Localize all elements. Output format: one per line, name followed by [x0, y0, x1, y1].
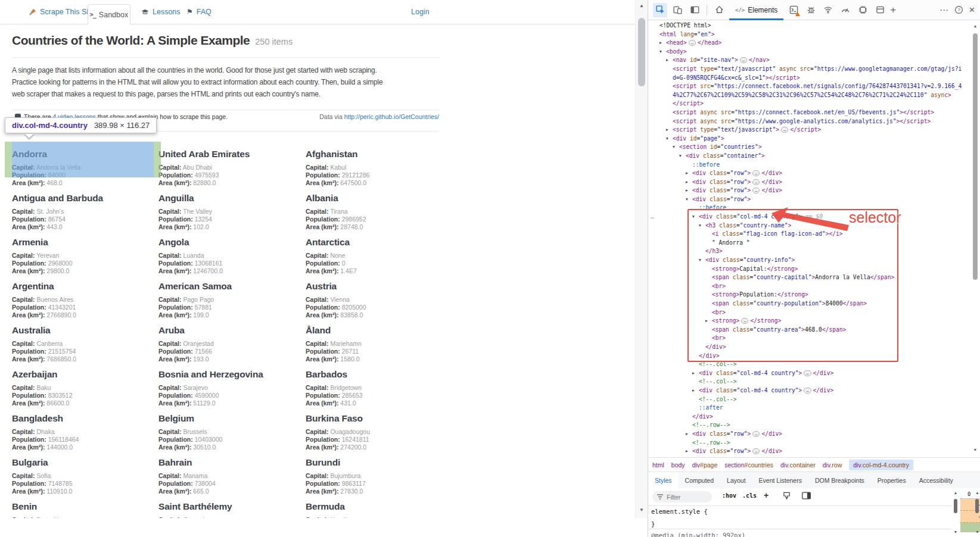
collapse-arrow-icon[interactable]: ▾ [699, 221, 701, 230]
debugger-bug-icon[interactable] [804, 3, 818, 17]
dom-tree-node[interactable]: ▾<h3 class="country-name"> [649, 221, 970, 230]
dom-tree-node[interactable]: <strong>Population:</strong> [649, 291, 970, 299]
dom-tree-node[interactable]: <html lang="en"> [649, 30, 970, 39]
dom-tree-node[interactable]: ▾<div class="country-info"> [649, 256, 970, 265]
breadcrumb-item[interactable]: body [671, 461, 685, 469]
dom-tree-node[interactable]: <br> [649, 308, 970, 317]
dom-tree-node[interactable]: ::before [649, 204, 970, 213]
dom-tree-node[interactable]: ▾<div id="page"> [649, 135, 970, 143]
scrollbar-thumb[interactable] [973, 33, 978, 280]
dom-tree-node[interactable]: <span class="country-capital">Andorra la… [649, 273, 970, 282]
styles-tab-dom-breakpoints[interactable]: DOM Breakpoints [808, 472, 871, 488]
dom-tree-node[interactable]: d=G-09N5RQCFG4&cx=c&_slc=1"></script> [649, 74, 970, 83]
collapse-arrow-icon[interactable]: ▾ [699, 256, 701, 265]
console-button[interactable] [786, 3, 801, 17]
breadcrumb-item[interactable]: html [652, 461, 664, 469]
scroll-up-arrow[interactable]: ▲ [970, 24, 980, 28]
breadcrumb-item[interactable]: div#page [692, 461, 718, 469]
dom-tree-node[interactable]: <!--.row--> [649, 421, 970, 430]
more-options-button[interactable]: ⋯ [939, 5, 948, 15]
dom-tree-node[interactable]: ▾<body> [649, 48, 970, 57]
home-icon[interactable] [712, 3, 726, 17]
styles-tab-layout[interactable]: Layout [720, 472, 752, 488]
rendering-brush-icon[interactable] [783, 492, 791, 500]
expand-arrow-icon[interactable]: ▸ [666, 126, 668, 135]
dom-tree-node[interactable]: <!--.col--> [649, 360, 970, 369]
dom-tree-node[interactable]: <script src="https://connect.facebook.ne… [649, 82, 970, 91]
dom-tree-node[interactable]: </script> [649, 99, 970, 108]
expand-arrow-icon[interactable]: ▸ [686, 186, 688, 195]
dom-tree-node[interactable]: <span class="country-area">468.0</span> [649, 326, 970, 335]
expand-arrow-icon[interactable]: ▸ [692, 369, 695, 378]
new-style-rule-button[interactable]: + [764, 491, 769, 500]
dom-tree-node[interactable]: </h3> [649, 247, 970, 256]
expand-arrow-icon[interactable]: ▸ [692, 386, 695, 395]
dom-tree-node[interactable]: <!--.col--> [649, 377, 970, 386]
collapse-arrow-icon[interactable]: ▾ [666, 135, 668, 143]
box-model-scrollbar[interactable]: ▲▼ [974, 489, 980, 536]
dom-tree-node[interactable]: ▸<div class="col-md-4 country">…</div> [649, 386, 970, 395]
nav-scrape-this-site[interactable]: Scrape This Site [29, 8, 94, 16]
dom-tree-node[interactable]: ::before [649, 161, 970, 170]
dom-tree-node[interactable]: <!DOCTYPE html> [649, 21, 970, 30]
collapse-arrow-icon[interactable]: ▾ [692, 213, 695, 221]
dom-tree-node[interactable]: ▸<strong>…</strong> [649, 317, 970, 326]
breadcrumb-item[interactable]: div.row [823, 461, 842, 469]
breadcrumb-item[interactable]: div.container [780, 461, 816, 469]
breadcrumb-item[interactable]: div.col-md-4.country [849, 460, 913, 470]
dom-tree-node[interactable]: <i class="flag-icon flag-icon-ad"></i> [649, 230, 970, 239]
collapse-arrow-icon[interactable]: ▾ [673, 143, 675, 152]
application-storage-icon[interactable] [873, 3, 887, 17]
expand-arrow-icon[interactable]: ▸ [686, 447, 688, 456]
panel-layout-button[interactable] [687, 3, 702, 17]
toggle-class-button[interactable]: .cls [742, 492, 757, 499]
dom-tree-node[interactable]: ▾<div class="row"> [649, 195, 970, 204]
dom-tree-node[interactable]: <!--.col--> [649, 395, 970, 404]
devtools-tree-scrollbar[interactable]: ▲ ▼ [970, 21, 980, 456]
styles-tab-properties[interactable]: Properties [871, 472, 913, 488]
dom-tree-node[interactable]: ▸<div class="row">…</div> [649, 169, 970, 178]
performance-gauge-icon[interactable] [838, 3, 853, 17]
collapse-arrow-icon[interactable]: ▾ [686, 195, 688, 204]
scroll-down-arrow[interactable]: ▼ [636, 507, 648, 513]
styles-tab-accessibility[interactable]: Accessibility [913, 472, 960, 488]
add-panel-button[interactable]: + [890, 4, 896, 16]
dom-tree-node[interactable]: ▸<div class="row">…</div> [649, 178, 970, 187]
memory-chip-icon[interactable] [855, 3, 870, 17]
dom-tree-node[interactable]: </div> [649, 413, 970, 422]
dom-tree-node[interactable]: <!--.row--> [649, 439, 970, 448]
inspect-element-button[interactable] [653, 3, 667, 17]
nav-lessons[interactable]: Lessons [141, 8, 181, 16]
dom-tree-node[interactable]: ::after [649, 404, 970, 413]
dom-tree-node[interactable]: <br> [649, 282, 970, 291]
dom-tree-node[interactable]: ▾<section id="countries"> [649, 143, 970, 152]
dom-tree-node[interactable]: </div> [649, 352, 970, 361]
element-style-rule[interactable]: element.style { [651, 508, 708, 515]
dom-tree-node[interactable]: ▸<div class="col-md-4 country">…</div> [649, 369, 970, 378]
expand-arrow-icon[interactable]: ▸ [686, 178, 688, 187]
help-icon[interactable]: ? [951, 3, 966, 17]
collapse-arrow-icon[interactable]: ▾ [679, 152, 682, 161]
nav-tab-sandbox[interactable]: >_ Sandbox [88, 4, 130, 24]
expand-arrow-icon[interactable]: ▸ [686, 169, 688, 178]
node-more-actions[interactable]: … [651, 213, 655, 221]
dom-tree-node[interactable]: ▾<div class="container"> [649, 152, 970, 161]
page-scrollbar[interactable]: ▲ ▼ [635, 0, 647, 518]
dom-tree-node[interactable]: <script type="text/javascript" async src… [649, 65, 970, 74]
breadcrumb-item[interactable]: section#countries [724, 461, 773, 469]
dom-tree-node[interactable]: ▸<div class="row">…</div> [649, 186, 970, 195]
dom-tree-node[interactable]: <script async src="https://connect.faceb… [649, 108, 970, 117]
styles-tab-computed[interactable]: Computed [679, 472, 720, 488]
expand-arrow-icon[interactable]: ▸ [705, 317, 708, 326]
expand-arrow-icon[interactable]: ▸ [666, 56, 668, 65]
styles-filter-input[interactable]: Filter [652, 491, 712, 502]
scroll-down-arrow[interactable]: ▼ [970, 448, 980, 452]
dom-tree-node[interactable]: ▾…<div class="col-md-4 country"> == $0 [649, 213, 970, 221]
collapse-arrow-icon[interactable]: ▾ [659, 48, 662, 57]
close-devtools-button[interactable]: ✕ [969, 5, 975, 14]
login-link[interactable]: Login [411, 8, 430, 16]
data-source-link[interactable]: http://peric.github.io/GetCountries/ [344, 113, 439, 120]
dom-tree-node[interactable]: ▸<head>…</head> [649, 39, 970, 48]
dom-tree-node[interactable]: " Andorra " [649, 239, 970, 248]
styles-mini-scrollbar[interactable]: ▲▼ [952, 489, 959, 536]
